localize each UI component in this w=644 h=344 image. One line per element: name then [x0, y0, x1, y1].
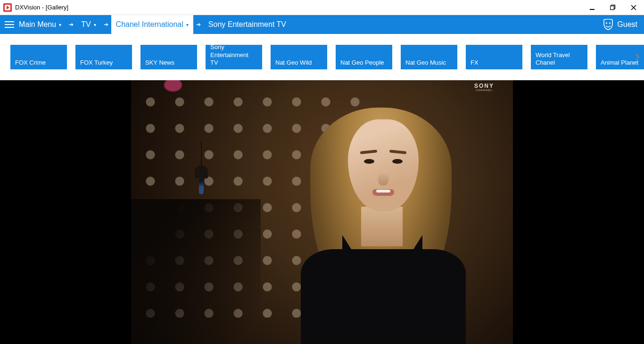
- window-controls: [582, 0, 644, 15]
- user-mask-icon: [603, 19, 613, 30]
- channel-label: SKY News: [145, 59, 174, 67]
- main-menu-button[interactable]: Main Menu ▾: [0, 15, 66, 34]
- channel-tile[interactable]: Nat Geo Wild: [271, 45, 327, 69]
- breadcrumb-arrow-icon: ➔: [101, 15, 111, 34]
- user-label: Guest: [617, 20, 637, 29]
- breadcrumb-arrow-icon: ➔: [193, 15, 204, 34]
- user-menu[interactable]: Guest: [596, 15, 644, 34]
- channel-tile[interactable]: FOX Turkey: [75, 45, 132, 69]
- video-frame[interactable]: SONY CHANNEL: [131, 80, 513, 344]
- video-decor-bell: [195, 165, 208, 189]
- current-channel-label: Sony Entertainment TV: [208, 20, 286, 29]
- channel-label: FOX Crime: [15, 59, 46, 67]
- window-title: DXVision - [Gallery]: [15, 4, 68, 11]
- channel-tile[interactable]: Nat Geo Music: [401, 45, 457, 69]
- watermark-text: SONY: [474, 83, 494, 89]
- svg-point-8: [606, 22, 607, 24]
- channel-international-button[interactable]: Chanel International ▾: [111, 15, 193, 34]
- svg-rect-5: [611, 6, 614, 9]
- channel-label: Nat Geo Music: [405, 59, 446, 67]
- channel-tile[interactable]: FX: [466, 45, 522, 69]
- channel-label: FX: [471, 59, 479, 67]
- channel-watermark: SONY CHANNEL: [474, 83, 494, 92]
- channel-tile[interactable]: Sony Entertainment TV: [206, 45, 262, 69]
- channel-tile[interactable]: Nat Geo People: [336, 45, 392, 69]
- channel-label: Sony Entertainment TV: [210, 43, 257, 67]
- channel-tile[interactable]: World Travel Chanel: [531, 45, 587, 69]
- close-button[interactable]: [623, 0, 644, 15]
- channel-label: Nat Geo People: [340, 59, 384, 67]
- main-menu-label: Main Menu: [19, 20, 56, 29]
- tv-label: TV: [81, 20, 91, 29]
- svg-point-9: [609, 22, 611, 24]
- chevron-down-icon: ▾: [94, 22, 96, 27]
- svg-rect-3: [590, 9, 594, 10]
- channel-label: FOX Turkey: [80, 59, 113, 67]
- video-subject: [305, 93, 461, 344]
- minimize-button[interactable]: [582, 0, 603, 15]
- chevron-down-icon: ▾: [59, 22, 61, 27]
- channel-tile[interactable]: SKY News: [140, 45, 197, 69]
- chevron-down-icon: ▾: [186, 22, 189, 27]
- window-titlebar: DXVision - [Gallery]: [0, 0, 644, 15]
- tv-button[interactable]: TV ▾: [76, 15, 100, 34]
- breadcrumb: Main Menu ▾ ➔ TV ▾ ➔ Chanel Internationa…: [0, 15, 644, 34]
- current-channel-button[interactable]: Sony Entertainment TV: [204, 15, 291, 34]
- channel-international-label: Chanel International: [116, 20, 183, 29]
- breadcrumb-arrow-icon: ➔: [66, 15, 76, 34]
- video-foreground-shadow: [131, 199, 261, 344]
- channel-label: World Travel Chanel: [536, 51, 583, 67]
- scroll-right-button[interactable]: [633, 48, 642, 67]
- maximize-button[interactable]: [603, 0, 623, 15]
- channel-label: Nat Geo Wild: [275, 59, 312, 67]
- watermark-subtext: CHANNEL: [474, 89, 494, 92]
- hamburger-icon: [5, 21, 14, 28]
- video-area: SONY CHANNEL: [0, 80, 644, 344]
- app-icon: [3, 3, 12, 12]
- channel-tile[interactable]: FOX Crime: [10, 45, 67, 69]
- channel-strip: FOX Crime FOX Turkey SKY News Sony Enter…: [0, 34, 644, 80]
